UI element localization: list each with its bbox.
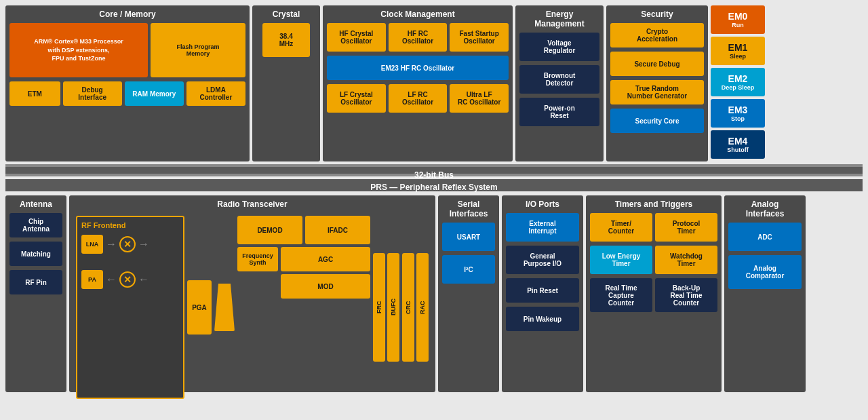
em-spacer xyxy=(808,195,863,392)
clock-title: Clock Management xyxy=(327,9,509,19)
antenna-title: Antenna xyxy=(9,199,62,209)
matching-box: Matching xyxy=(9,242,62,266)
lf-crystal-box: LF Crystal Oscillator xyxy=(327,84,386,113)
pga-container: PGA xyxy=(187,216,212,399)
serial-title: Serial Interfaces xyxy=(442,199,495,218)
em4-box: EM4 Shutoff xyxy=(711,130,765,159)
protocol-timer-box: Protocol Timer xyxy=(655,213,717,242)
crc-box: CRC xyxy=(402,253,414,362)
usart-box: USART xyxy=(442,223,495,251)
pin-wakeup-box: Pin Wakeup xyxy=(506,307,579,331)
arm-processor-box: ARM® Cortex® M33 Processor with DSP exte… xyxy=(9,23,148,77)
crystal-section: Crystal 38.4 MHz xyxy=(252,5,320,161)
power-on-reset-box: Power-on Reset xyxy=(519,98,599,126)
etm-box: ETM xyxy=(9,81,60,106)
security-core-box: Security Core xyxy=(610,109,704,133)
pga-box: PGA xyxy=(187,280,212,335)
rf-frontend-title: RF Frontend xyxy=(81,221,179,229)
flash-memory-box: Flash Program Memory xyxy=(151,23,245,77)
antenna-section: Antenna Chip Antenna Matching RF Pin xyxy=(5,195,66,392)
hf-crystal-box: HF Crystal Oscillator xyxy=(327,23,386,52)
true-random-box: True Random Number Generator xyxy=(610,80,704,104)
core-memory-section: Core / Memory ARM® Cortex® M33 Processor… xyxy=(5,5,250,161)
ram-box: RAM Memory xyxy=(125,81,184,106)
watchdog-box: Watchdog Timer xyxy=(655,246,717,274)
brownout-detector-box: Brownout Detector xyxy=(519,65,599,94)
chip-antenna-box: Chip Antenna xyxy=(9,213,62,237)
i2c-box: I²C xyxy=(442,255,495,284)
timers-section: Timers and Triggers Timer/ Counter Proto… xyxy=(586,195,722,392)
core-memory-title: Core / Memory xyxy=(9,9,245,19)
crypto-box: Crypto Acceleration xyxy=(610,23,704,47)
bus-32bit: 32-bit Bus xyxy=(5,164,863,176)
demod-area: DEMOD IFADC Frequency Synth AGC MOD xyxy=(237,216,370,399)
rf-frontend-box: RF Frontend LNA → ✕ → PA ← ✕ xyxy=(76,216,184,399)
em2-box: EM2 Deep Sleep xyxy=(711,68,765,96)
mod-box: MOD xyxy=(281,274,370,299)
clock-section: Clock Management HF Crystal Oscillator H… xyxy=(323,5,513,161)
voltage-regulator-box: Voltage Regulator xyxy=(519,33,599,61)
rac-box: RAC xyxy=(416,253,429,362)
demod-box: DEMOD xyxy=(237,216,302,244)
energy-section: Energy Management Voltage Regulator Brow… xyxy=(515,5,604,161)
crc-rac-area: CRC RAC xyxy=(402,216,429,399)
analog-section: Analog Interfaces ADC Analog Comparator xyxy=(724,195,806,392)
pin-reset-box: Pin Reset xyxy=(506,278,579,303)
low-energy-timer-box: Low Energy Timer xyxy=(590,246,652,274)
real-time-box: Real Time Capture Counter xyxy=(590,278,652,312)
external-interrupt-box: External Interrupt xyxy=(506,213,579,242)
filter-container xyxy=(214,216,235,399)
backup-counter-box: Back-Up Real Time Counter xyxy=(655,278,717,312)
bufc-box: BUFC xyxy=(387,253,399,362)
prs-bus: PRS — Peripheral Reflex System xyxy=(5,179,863,191)
io-title: I/O Ports xyxy=(506,199,579,209)
crystal-title: Crystal xyxy=(256,9,316,19)
radio-title: Radio Transceiver xyxy=(73,199,431,209)
frc-bufc-area: FRC BUFC xyxy=(373,216,399,399)
em23-hf-box: EM23 HF RC Oscillator xyxy=(327,56,509,80)
hf-rc-box: HF RC Oscillator xyxy=(389,23,448,52)
energy-title: Energy Management xyxy=(519,9,599,28)
adc-box: ADC xyxy=(728,223,802,251)
secure-debug-box: Secure Debug xyxy=(610,52,704,76)
mixer-top: ✕ xyxy=(119,236,136,252)
em-legend: EM0 Run EM1 Sleep EM2 Deep Sleep EM3 Sto… xyxy=(711,5,765,161)
filter-shape xyxy=(214,284,235,331)
debug-box: Debug Interface xyxy=(63,81,122,106)
lf-rc-box: LF RC Oscillator xyxy=(389,84,448,113)
gpio-box: General Purpose I/O xyxy=(506,246,579,274)
rf-pin-box: RF Pin xyxy=(9,270,62,294)
ifadc-box: IFADC xyxy=(305,216,370,244)
em1-box: EM1 Sleep xyxy=(711,37,765,65)
pa1-box: PA xyxy=(81,270,103,289)
timer-counter-box: Timer/ Counter xyxy=(590,213,652,242)
agc-box: AGC xyxy=(281,247,370,271)
em0-box: EM0 Run xyxy=(711,5,765,34)
freq-synth-box: Frequency Synth xyxy=(237,247,278,271)
io-section: I/O Ports External Interrupt General Pur… xyxy=(502,195,583,392)
frc-box: FRC xyxy=(373,253,385,362)
ultra-lf-box: Ultra LF RC Oscillator xyxy=(450,84,509,113)
crystal-mhz-box: 38.4 MHz xyxy=(262,23,310,57)
security-title: Security xyxy=(610,9,704,19)
analog-title: Analog Interfaces xyxy=(728,199,802,218)
mixer-bottom: ✕ xyxy=(119,271,136,288)
em3-box: EM3 Stop xyxy=(711,99,765,128)
timers-title: Timers and Triggers xyxy=(590,199,717,209)
comparator-box: Analog Comparator xyxy=(728,255,802,289)
security-section: Security Crypto Acceleration Secure Debu… xyxy=(606,5,708,161)
lna-box: LNA xyxy=(81,235,103,254)
ldma-box: LDMA Controller xyxy=(186,81,245,106)
serial-section: Serial Interfaces USART I²C xyxy=(438,195,499,392)
radio-section: Radio Transceiver RF Frontend LNA → ✕ → xyxy=(69,195,435,392)
fast-startup-box: Fast Startup Oscillator xyxy=(450,23,509,52)
